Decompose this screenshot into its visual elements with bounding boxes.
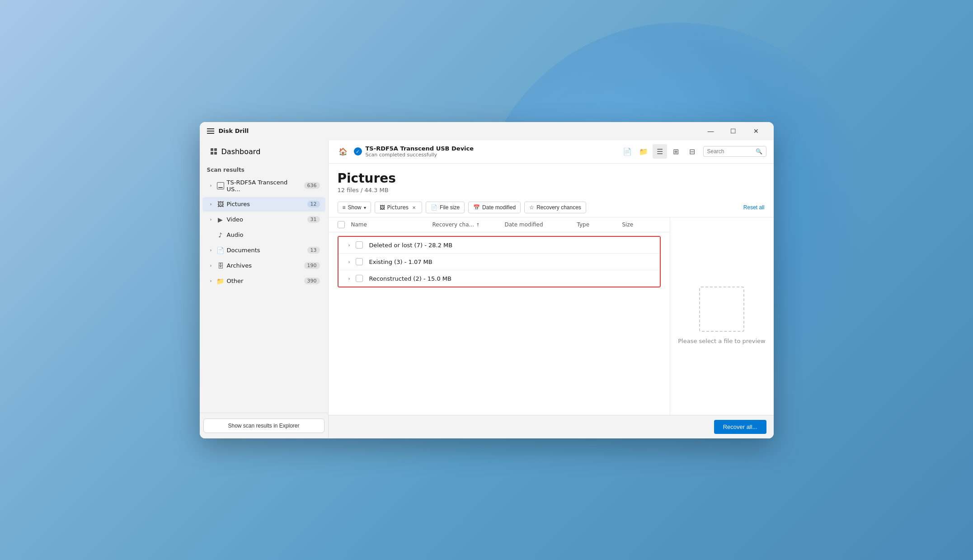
grid-view-button[interactable]: ⊞ xyxy=(669,144,683,159)
star-icon: ☆ xyxy=(529,204,534,211)
sidebar-item-device[interactable]: › TS-RDF5A Transcend US... 636 xyxy=(202,175,325,196)
pictures-filter-tag[interactable]: 🖼 Pictures ✕ xyxy=(375,202,423,213)
recover-all-button[interactable]: Recover all... xyxy=(714,420,766,434)
hamburger-menu-icon[interactable] xyxy=(207,128,214,134)
group-checkbox-col xyxy=(356,241,369,249)
group-expand-icon: › xyxy=(346,275,353,282)
sidebar-item-dashboard[interactable]: Dashboard xyxy=(203,142,324,161)
chevron-icon: › xyxy=(208,201,214,207)
group-row-reconstructed[interactable]: › Reconstructed (2) - 15.0 MB xyxy=(338,270,660,287)
col-type-header: Type xyxy=(577,221,622,228)
minimize-button[interactable]: — xyxy=(700,124,721,138)
sidebar-archives-count: 190 xyxy=(304,262,320,269)
chevron-icon: › xyxy=(208,263,214,269)
sidebar-video-label: Video xyxy=(227,216,305,223)
group-row-deleted[interactable]: › Deleted or lost (7) - 28.2 MB xyxy=(338,237,660,254)
reset-all-button[interactable]: Reset all xyxy=(743,204,765,211)
pictures-filter-icon: 🖼 xyxy=(380,204,385,211)
list-view-button[interactable]: ☰ xyxy=(653,144,667,159)
show-icon: ≡ xyxy=(343,204,346,211)
new-file-button[interactable]: 📄 xyxy=(620,144,635,159)
group-deleted-checkbox[interactable] xyxy=(356,241,363,249)
sidebar-item-archives[interactable]: › 🗄 Archives 190 xyxy=(202,259,325,273)
recovery-chances-label: Recovery chances xyxy=(536,204,581,211)
video-icon: ▶ xyxy=(217,216,224,223)
sidebar-item-audio[interactable]: › ♪ Audio xyxy=(202,228,325,242)
col-recovery-header[interactable]: Recovery cha... ↑ xyxy=(432,221,505,228)
device-status-text: Scan completed successfully xyxy=(366,152,474,158)
remove-pictures-filter-icon[interactable]: ✕ xyxy=(411,204,417,211)
status-check-icon: ✓ xyxy=(354,147,362,155)
col-date-header: Date modified xyxy=(505,221,577,228)
type-header-label: Type xyxy=(577,221,590,228)
top-toolbar: 🏠 ✓ TS-RDF5A Transcend USB Device Scan c… xyxy=(329,140,774,164)
file-size-icon: 📄 xyxy=(431,204,437,211)
content-area: 🏠 ✓ TS-RDF5A Transcend USB Device Scan c… xyxy=(329,140,774,438)
file-size-filter-button[interactable]: 📄 File size xyxy=(426,202,465,213)
search-box[interactable]: 🔍 xyxy=(703,146,766,157)
sidebar-archives-label: Archives xyxy=(227,262,301,269)
title-bar-left: Disk Drill xyxy=(207,127,249,134)
search-icon: 🔍 xyxy=(756,148,762,155)
header-checkbox-col xyxy=(338,221,351,228)
sidebar: Dashboard Scan results › TS-RDF5A Transc… xyxy=(200,140,329,438)
home-button[interactable]: 🏠 xyxy=(336,144,350,159)
recovery-chances-filter-button[interactable]: ☆ Recovery chances xyxy=(524,202,586,213)
group-expand-icon: › xyxy=(346,258,353,265)
sidebar-pictures-count: 12 xyxy=(307,201,320,207)
group-expand-icon: › xyxy=(346,241,353,249)
sidebar-device-label: TS-RDF5A Transcend US... xyxy=(227,179,301,193)
show-label: Show xyxy=(348,204,362,211)
main-layout: Dashboard Scan results › TS-RDF5A Transc… xyxy=(200,140,774,438)
table-header: Name Recovery cha... ↑ Date modified Typ… xyxy=(329,217,670,232)
sidebar-item-documents[interactable]: › 📄 Documents 13 xyxy=(202,243,325,258)
app-window: Disk Drill — ☐ ✕ Dashboard Scan results … xyxy=(200,122,774,438)
title-bar-controls: — ☐ ✕ xyxy=(700,124,766,138)
search-input[interactable] xyxy=(707,148,753,155)
chevron-icon: › xyxy=(208,247,214,254)
recovery-header-label: Recovery cha... xyxy=(432,221,474,228)
date-modified-filter-button[interactable]: 📅 Date modified xyxy=(468,202,521,213)
device-status: ✓ TS-RDF5A Transcend USB Device Scan com… xyxy=(354,145,616,158)
sidebar-item-video[interactable]: › ▶ Video 31 xyxy=(202,212,325,227)
pictures-filter-label: Pictures xyxy=(387,204,409,211)
sidebar-item-pictures[interactable]: › 🖼 Pictures 12 xyxy=(202,197,325,212)
dashboard-icon xyxy=(211,148,217,155)
maximize-button[interactable]: ☐ xyxy=(723,124,744,138)
sidebar-device-count: 636 xyxy=(304,182,320,189)
sidebar-audio-label: Audio xyxy=(227,231,320,238)
audio-icon: ♪ xyxy=(217,231,224,239)
device-name: TS-RDF5A Transcend USB Device xyxy=(366,145,474,152)
close-button[interactable]: ✕ xyxy=(746,124,766,138)
split-view-button[interactable]: ⊟ xyxy=(685,144,700,159)
group-existing-checkbox[interactable] xyxy=(356,258,363,265)
col-name-header[interactable]: Name xyxy=(351,221,432,228)
group-existing-label: Existing (3) - 1.07 MB xyxy=(369,259,653,265)
drive-icon xyxy=(217,182,224,189)
page-title: Pictures xyxy=(338,171,765,186)
sort-up-icon: ↑ xyxy=(476,222,479,227)
group-reconstructed-label: Reconstructed (2) - 15.0 MB xyxy=(369,275,653,282)
other-icon: 📁 xyxy=(217,278,224,285)
preview-text: Please select a file to preview xyxy=(678,337,766,345)
file-table: Name Recovery cha... ↑ Date modified Typ… xyxy=(329,217,670,414)
sidebar-video-count: 31 xyxy=(307,216,320,223)
group-row-existing[interactable]: › Existing (3) - 1.07 MB xyxy=(338,254,660,270)
sidebar-other-count: 390 xyxy=(304,278,320,284)
sidebar-item-other[interactable]: › 📁 Other 390 xyxy=(202,274,325,288)
select-all-checkbox[interactable] xyxy=(338,221,345,228)
show-filter-button[interactable]: ≡ Show ▾ xyxy=(338,202,371,213)
chevron-icon: › xyxy=(208,216,214,223)
chevron-icon: › xyxy=(208,183,214,189)
show-scan-button[interactable]: Show scan results in Explorer xyxy=(203,419,324,433)
sidebar-other-label: Other xyxy=(227,278,301,284)
archive-icon: 🗄 xyxy=(217,262,224,269)
group-checkbox-col xyxy=(356,275,369,282)
file-size-label: File size xyxy=(440,204,460,211)
preview-placeholder xyxy=(699,287,744,332)
date-header-label: Date modified xyxy=(505,221,543,228)
size-header-label: Size xyxy=(622,221,634,228)
open-folder-button[interactable]: 📁 xyxy=(636,144,651,159)
app-title: Disk Drill xyxy=(219,127,249,134)
group-reconstructed-checkbox[interactable] xyxy=(356,275,363,282)
